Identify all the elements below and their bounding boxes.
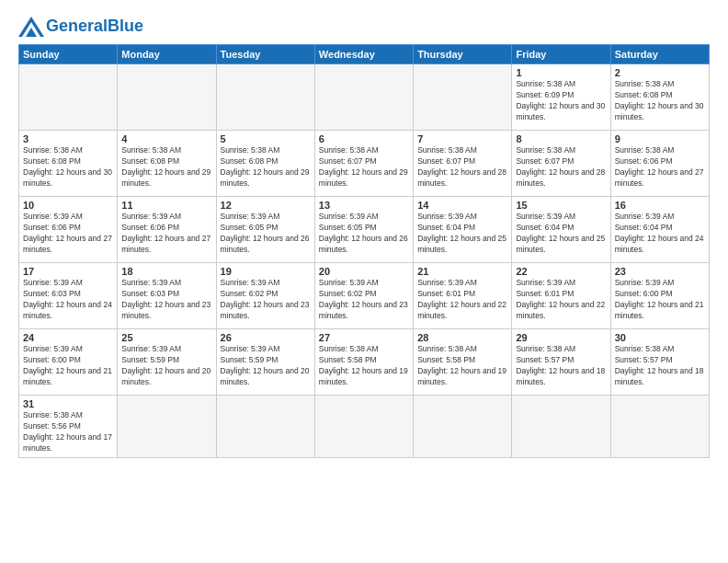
day-header-tuesday: Tuesday: [216, 45, 314, 64]
calendar-cell: 20Sunrise: 5:39 AM Sunset: 6:02 PM Dayli…: [314, 263, 413, 329]
day-info: Sunrise: 5:39 AM Sunset: 6:04 PM Dayligh…: [417, 212, 507, 256]
day-number: 29: [516, 332, 606, 343]
calendar-cell: 29Sunrise: 5:38 AM Sunset: 5:57 PM Dayli…: [512, 329, 610, 396]
calendar-cell: 8Sunrise: 5:38 AM Sunset: 6:07 PM Daylig…: [512, 131, 610, 197]
calendar-cell: 12Sunrise: 5:39 AM Sunset: 6:05 PM Dayli…: [216, 197, 314, 263]
day-info: Sunrise: 5:38 AM Sunset: 6:08 PM Dayligh…: [221, 145, 311, 190]
day-number: 27: [319, 332, 409, 343]
calendar-cell: [216, 396, 314, 458]
day-number: 17: [23, 266, 113, 277]
day-number: 24: [23, 332, 113, 343]
logo: GeneralBlue: [18, 15, 143, 37]
week-row-4: 17Sunrise: 5:39 AM Sunset: 6:03 PM Dayli…: [19, 263, 710, 329]
calendar-cell: [118, 64, 216, 131]
day-info: Sunrise: 5:39 AM Sunset: 6:06 PM Dayligh…: [23, 212, 113, 256]
day-info: Sunrise: 5:38 AM Sunset: 5:56 PM Dayligh…: [23, 410, 113, 454]
day-number: 16: [615, 200, 705, 211]
calendar-cell: [19, 64, 118, 131]
calendar-cell: 13Sunrise: 5:39 AM Sunset: 6:05 PM Dayli…: [314, 197, 413, 263]
calendar-header-row: SundayMondayTuesdayWednesdayThursdayFrid…: [19, 45, 710, 64]
day-header-friday: Friday: [512, 45, 610, 64]
day-info: Sunrise: 5:38 AM Sunset: 6:07 PM Dayligh…: [516, 145, 606, 190]
day-number: 12: [221, 200, 311, 211]
day-info: Sunrise: 5:39 AM Sunset: 6:05 PM Dayligh…: [319, 212, 409, 256]
day-info: Sunrise: 5:39 AM Sunset: 6:00 PM Dayligh…: [615, 278, 705, 322]
day-info: Sunrise: 5:38 AM Sunset: 6:07 PM Dayligh…: [319, 145, 409, 190]
day-info: Sunrise: 5:38 AM Sunset: 6:08 PM Dayligh…: [23, 145, 113, 190]
day-number: 6: [319, 133, 409, 144]
day-info: Sunrise: 5:38 AM Sunset: 6:06 PM Dayligh…: [615, 145, 705, 190]
day-header-monday: Monday: [118, 45, 216, 64]
day-info: Sunrise: 5:39 AM Sunset: 6:06 PM Dayligh…: [121, 212, 211, 256]
day-number: 14: [417, 200, 507, 211]
day-header-sunday: Sunday: [19, 45, 118, 64]
day-number: 4: [121, 133, 211, 144]
calendar-cell: [414, 396, 512, 458]
calendar-cell: 11Sunrise: 5:39 AM Sunset: 6:06 PM Dayli…: [118, 197, 216, 263]
calendar-cell: 3Sunrise: 5:38 AM Sunset: 6:08 PM Daylig…: [19, 131, 118, 197]
week-row-6: 31Sunrise: 5:38 AM Sunset: 5:56 PM Dayli…: [19, 396, 710, 458]
day-info: Sunrise: 5:39 AM Sunset: 6:03 PM Dayligh…: [121, 278, 211, 322]
calendar-cell: 28Sunrise: 5:38 AM Sunset: 5:58 PM Dayli…: [414, 329, 512, 396]
logo-general: General: [46, 17, 108, 35]
day-number: 8: [516, 133, 606, 144]
day-info: Sunrise: 5:38 AM Sunset: 6:08 PM Dayligh…: [121, 145, 211, 190]
calendar-cell: 16Sunrise: 5:39 AM Sunset: 6:04 PM Dayli…: [610, 197, 709, 263]
calendar-cell: 25Sunrise: 5:39 AM Sunset: 5:59 PM Dayli…: [118, 329, 216, 396]
day-info: Sunrise: 5:39 AM Sunset: 6:01 PM Dayligh…: [516, 278, 606, 322]
calendar-cell: 10Sunrise: 5:39 AM Sunset: 6:06 PM Dayli…: [19, 197, 118, 263]
calendar-cell: [414, 64, 512, 131]
day-info: Sunrise: 5:38 AM Sunset: 6:09 PM Dayligh…: [516, 79, 606, 123]
logo-text: GeneralBlue: [46, 17, 143, 34]
day-number: 30: [615, 332, 705, 343]
day-header-wednesday: Wednesday: [314, 45, 413, 64]
day-number: 13: [319, 200, 409, 211]
calendar-cell: 7Sunrise: 5:38 AM Sunset: 6:07 PM Daylig…: [414, 131, 512, 197]
calendar-cell: 14Sunrise: 5:39 AM Sunset: 6:04 PM Dayli…: [414, 197, 512, 263]
day-number: 10: [23, 200, 113, 211]
calendar-cell: [512, 396, 610, 458]
week-row-5: 24Sunrise: 5:39 AM Sunset: 6:00 PM Dayli…: [19, 329, 710, 396]
calendar-cell: 1Sunrise: 5:38 AM Sunset: 6:09 PM Daylig…: [512, 64, 610, 131]
calendar-cell: 26Sunrise: 5:39 AM Sunset: 5:59 PM Dayli…: [216, 329, 314, 396]
day-number: 21: [417, 266, 507, 277]
week-row-2: 3Sunrise: 5:38 AM Sunset: 6:08 PM Daylig…: [19, 131, 710, 197]
calendar-cell: 22Sunrise: 5:39 AM Sunset: 6:01 PM Dayli…: [512, 263, 610, 329]
week-row-3: 10Sunrise: 5:39 AM Sunset: 6:06 PM Dayli…: [19, 197, 710, 263]
day-info: Sunrise: 5:39 AM Sunset: 6:02 PM Dayligh…: [319, 278, 409, 322]
day-number: 2: [615, 67, 705, 78]
day-info: Sunrise: 5:39 AM Sunset: 6:00 PM Dayligh…: [23, 344, 113, 388]
day-number: 23: [615, 266, 705, 277]
calendar-cell: 5Sunrise: 5:38 AM Sunset: 6:08 PM Daylig…: [216, 131, 314, 197]
calendar-cell: [314, 64, 413, 131]
day-info: Sunrise: 5:38 AM Sunset: 5:57 PM Dayligh…: [615, 344, 705, 388]
day-number: 3: [23, 133, 113, 144]
calendar-cell: 6Sunrise: 5:38 AM Sunset: 6:07 PM Daylig…: [314, 131, 413, 197]
calendar: SundayMondayTuesdayWednesdayThursdayFrid…: [18, 44, 710, 458]
day-info: Sunrise: 5:39 AM Sunset: 5:59 PM Dayligh…: [121, 344, 211, 388]
day-number: 11: [121, 200, 211, 211]
day-number: 31: [23, 398, 113, 409]
calendar-cell: 17Sunrise: 5:39 AM Sunset: 6:03 PM Dayli…: [19, 263, 118, 329]
day-number: 15: [516, 200, 606, 211]
day-info: Sunrise: 5:38 AM Sunset: 5:58 PM Dayligh…: [319, 344, 409, 388]
day-number: 20: [319, 266, 409, 277]
page: GeneralBlue SundayMondayTuesdayWednesday…: [0, 0, 728, 563]
logo-blue: Blue: [108, 17, 143, 35]
day-info: Sunrise: 5:39 AM Sunset: 5:59 PM Dayligh…: [221, 344, 311, 388]
calendar-cell: 9Sunrise: 5:38 AM Sunset: 6:06 PM Daylig…: [610, 131, 709, 197]
day-info: Sunrise: 5:39 AM Sunset: 6:02 PM Dayligh…: [221, 278, 311, 322]
day-info: Sunrise: 5:38 AM Sunset: 5:57 PM Dayligh…: [516, 344, 606, 388]
calendar-cell: [610, 396, 709, 458]
calendar-cell: 2Sunrise: 5:38 AM Sunset: 6:08 PM Daylig…: [610, 64, 709, 131]
calendar-cell: 27Sunrise: 5:38 AM Sunset: 5:58 PM Dayli…: [314, 329, 413, 396]
calendar-cell: 24Sunrise: 5:39 AM Sunset: 6:00 PM Dayli…: [19, 329, 118, 396]
logo-icon: [18, 17, 44, 37]
calendar-cell: [216, 64, 314, 131]
day-header-saturday: Saturday: [610, 45, 709, 64]
calendar-cell: 18Sunrise: 5:39 AM Sunset: 6:03 PM Dayli…: [118, 263, 216, 329]
calendar-cell: 15Sunrise: 5:39 AM Sunset: 6:04 PM Dayli…: [512, 197, 610, 263]
day-info: Sunrise: 5:39 AM Sunset: 6:01 PM Dayligh…: [417, 278, 507, 322]
calendar-cell: 19Sunrise: 5:39 AM Sunset: 6:02 PM Dayli…: [216, 263, 314, 329]
day-number: 1: [516, 67, 606, 78]
